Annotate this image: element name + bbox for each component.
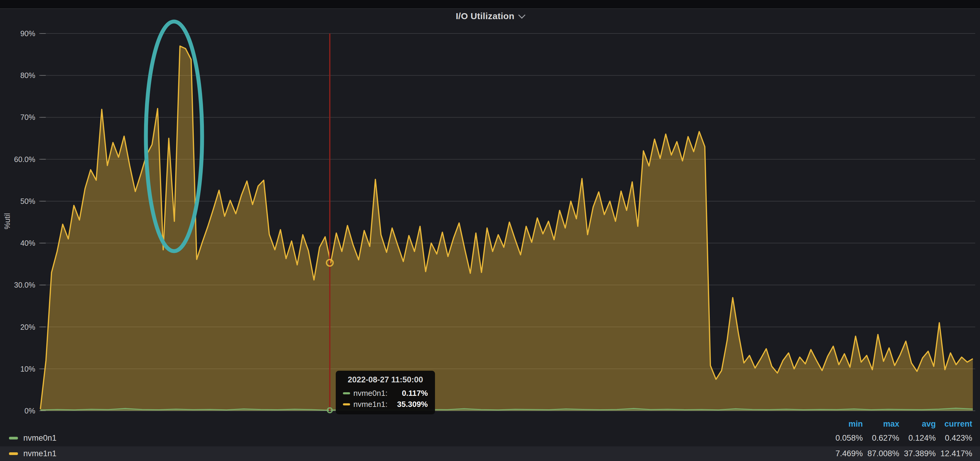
tooltip: 2022-08-27 11:50:00 nvme0n1: 0.117% nvme… xyxy=(336,371,435,414)
tooltip-series-label: nvme0n1: xyxy=(353,389,387,398)
legend-value-min: 0.058% xyxy=(826,434,863,443)
io-utilization-panel: { "header": { "title": "I/O Utilization"… xyxy=(0,0,980,461)
legend-row-nvme0n1: nvme0n1 0.058% 0.627% 0.124% 0.423% xyxy=(0,430,980,446)
tooltip-series-label: nvme1n1: xyxy=(353,400,387,409)
legend-header-min[interactable]: min xyxy=(826,420,863,429)
series-area-nvme1n1 xyxy=(40,46,973,411)
legend-series-name[interactable]: nvme0n1 xyxy=(23,434,57,443)
legend-series-name[interactable]: nvme1n1 xyxy=(23,449,57,458)
legend: min max avg current nvme0n1 0.058% 0.627… xyxy=(0,418,980,461)
legend-value-current: 0.423% xyxy=(936,434,972,443)
tooltip-timestamp: 2022-08-27 11:50:00 xyxy=(343,375,428,385)
series-swatch-icon xyxy=(343,392,350,394)
tooltip-row: nvme0n1: 0.117% xyxy=(343,388,428,399)
chart-canvas[interactable] xyxy=(0,0,980,461)
tooltip-row: nvme1n1: 35.309% xyxy=(343,399,428,410)
tooltip-series-value: 35.309% xyxy=(397,400,428,409)
legend-row-nvme1n1: nvme1n1 7.469% 87.008% 37.389% 12.417% xyxy=(0,446,980,461)
legend-header-current[interactable]: current xyxy=(936,420,972,429)
series-swatch-icon[interactable] xyxy=(9,452,18,455)
legend-header-row: min max avg current xyxy=(0,418,980,430)
legend-header-max[interactable]: max xyxy=(863,420,899,429)
tooltip-series-value: 0.117% xyxy=(402,389,428,398)
legend-value-max: 87.008% xyxy=(863,449,899,458)
legend-value-avg: 0.124% xyxy=(899,434,936,443)
series-swatch-icon xyxy=(343,403,350,405)
legend-value-max: 0.627% xyxy=(863,434,899,443)
legend-value-current: 12.417% xyxy=(936,449,972,458)
legend-value-avg: 37.389% xyxy=(899,449,936,458)
legend-header-avg[interactable]: avg xyxy=(899,420,936,429)
series-swatch-icon[interactable] xyxy=(9,437,18,439)
legend-value-min: 7.469% xyxy=(826,449,863,458)
